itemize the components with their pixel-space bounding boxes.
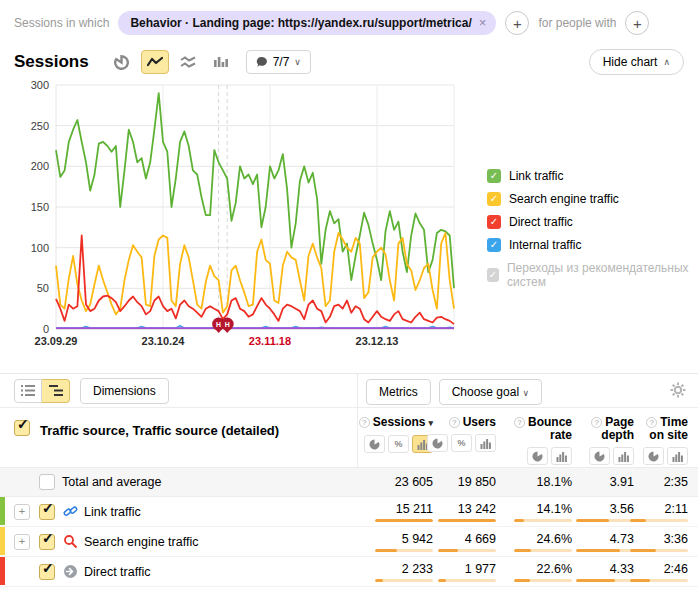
pie-display-toggle[interactable] [643, 447, 664, 465]
help-icon[interactable]: ? [359, 417, 370, 428]
percent-display-toggle[interactable]: % [388, 435, 409, 453]
pie-display-toggle[interactable] [589, 447, 610, 465]
legend-item-2[interactable]: ✓Direct traffic [487, 215, 698, 229]
metric-cell: 19 850 [443, 468, 506, 496]
metric-share-bar [576, 519, 634, 522]
table-row-direct-traffic[interactable]: Direct traffic2 2331 97722.6%4.332:46 [0, 557, 698, 587]
metric-cell: 2:11 [644, 497, 698, 526]
metric-share-fill [576, 579, 615, 582]
expand-row-button[interactable]: + [14, 534, 30, 550]
segment-chip-label: Behavior · Landing page: https://yandex.… [130, 16, 471, 30]
legend-checkbox-icon[interactable]: ✓ [487, 238, 501, 252]
metric-share-bar [630, 549, 688, 552]
svg-text:250: 250 [31, 120, 49, 132]
annotation-marker[interactable]: Н [221, 318, 234, 334]
metric-value: 13 242 [458, 502, 496, 516]
select-all-checkbox[interactable] [14, 420, 30, 436]
metric-column-label[interactable]: ?Page depth [582, 416, 634, 442]
bar-display-toggle[interactable] [667, 447, 688, 465]
chart-title: Sessions [14, 52, 89, 72]
choose-goal-dropdown[interactable]: Choose goal ∨ [439, 379, 542, 405]
row-checkbox[interactable] [39, 474, 55, 490]
column-chart-type-button[interactable] [207, 50, 235, 74]
pie-display-toggle[interactable] [364, 435, 385, 453]
stacked-chart-type-button[interactable] [174, 50, 202, 74]
segments-count-dropdown[interactable]: 7/7 ∨ [246, 50, 311, 74]
row-icon-holder [62, 564, 78, 580]
metric-share-fill [438, 549, 458, 552]
bar-display-toggle[interactable] [551, 447, 572, 465]
line-chart-type-button[interactable] [141, 50, 169, 74]
pie-display-toggle[interactable] [427, 434, 448, 452]
bar-display-toggle[interactable] [475, 434, 496, 452]
metric-cell: 24.6% [506, 527, 582, 556]
add-people-condition-button[interactable]: + [625, 11, 649, 35]
table-row-total-and-average[interactable]: Total and average23 60519 85018.1%3.912:… [0, 467, 698, 497]
legend-label: Search engine traffic [509, 192, 619, 206]
row-dimension-cell: +Link traffic [0, 497, 357, 526]
metric-share-fill [375, 579, 383, 582]
help-icon[interactable]: ? [591, 417, 602, 428]
metric-column-label[interactable]: ?Sessions▾ [359, 416, 433, 430]
legend-item-0[interactable]: ✓Link traffic [487, 169, 698, 183]
help-icon[interactable]: ? [449, 417, 460, 428]
table-settings-gear-icon[interactable] [670, 382, 686, 402]
legend-checkbox-icon[interactable]: ✓ [487, 215, 501, 229]
pie-chart-icon [114, 55, 129, 70]
help-icon[interactable]: ? [514, 417, 525, 428]
choose-goal-label: Choose goal [452, 385, 519, 399]
segmentation-bar: Sessions in which Behavior · Landing pag… [0, 0, 698, 41]
table-row-search-engine-traffic[interactable]: +Search engine traffic5 9424 66924.6%4.7… [0, 527, 698, 557]
metric-cell: 3:36 [644, 527, 698, 556]
chevron-up-icon: ∧ [663, 57, 670, 67]
metric-cell: 3.56 [582, 497, 644, 526]
add-session-condition-button[interactable]: + [505, 11, 529, 35]
metric-share-fill [630, 549, 656, 552]
tree-view-button[interactable] [42, 379, 70, 403]
legend-checkbox-icon[interactable]: ✓ [487, 192, 501, 206]
help-icon[interactable]: ? [646, 417, 657, 428]
metric-column-users: ?Users% [443, 408, 506, 467]
legend-item-3[interactable]: ✓Internal traffic [487, 238, 698, 252]
stacked-area-icon [180, 56, 196, 69]
display-mode-toggles [589, 447, 634, 465]
metrics-button[interactable]: Metrics [366, 379, 431, 405]
sessions-in-which-label: Sessions in which [14, 16, 109, 30]
table-row-link-traffic[interactable]: +Link traffic15 21113 24214.1%3.562:11 [0, 497, 698, 527]
search-icon [63, 534, 78, 549]
row-label: Direct traffic [84, 565, 150, 579]
bar-display-toggle[interactable] [613, 447, 634, 465]
row-metric-cells: 2 2331 97722.6%4.332:46 [357, 557, 698, 586]
legend-item-1[interactable]: ✓Search engine traffic [487, 192, 698, 206]
pie-display-toggle[interactable] [527, 447, 548, 465]
flat-list-view-button[interactable] [14, 379, 42, 403]
metric-cell: 1 977 [443, 557, 506, 586]
metric-share-bar [514, 519, 572, 522]
svg-text:23.09.29: 23.09.29 [35, 335, 78, 347]
percent-display-toggle[interactable]: % [451, 434, 472, 452]
display-mode-toggles: % [427, 434, 496, 452]
hide-chart-button[interactable]: Hide chart ∧ [589, 49, 684, 75]
row-checkbox[interactable] [39, 534, 55, 550]
row-checkbox[interactable] [39, 564, 55, 580]
comment-bubble-icon [256, 56, 268, 68]
metric-column-label[interactable]: ?Time on site [644, 416, 688, 442]
metric-column-label[interactable]: ?Bounce rate [506, 416, 572, 442]
dimensions-button[interactable]: Dimensions [80, 378, 169, 404]
legend-checkbox-icon[interactable]: ✓ [487, 169, 501, 183]
metric-column-label[interactable]: ?Users [449, 416, 496, 429]
segment-chip[interactable]: Behavior · Landing page: https://yandex.… [118, 11, 496, 35]
metric-value: 2:46 [664, 562, 688, 576]
pie-chart-type-button[interactable] [108, 50, 136, 74]
svg-text:200: 200 [31, 160, 49, 172]
row-color-strip [0, 557, 5, 585]
metric-share-bar [438, 519, 496, 522]
row-checkbox[interactable] [39, 504, 55, 520]
segment-chip-close-icon[interactable]: × [479, 18, 487, 28]
sort-desc-icon[interactable]: ▾ [428, 418, 433, 428]
sessions-line-chart[interactable]: 05010015020025030023.09.2923.10.2423.11.… [8, 79, 478, 351]
expand-row-button[interactable]: + [14, 504, 30, 520]
row-label: Link traffic [84, 505, 141, 519]
svg-text:23.10.24: 23.10.24 [142, 335, 186, 347]
bar-toggle-icon [618, 451, 629, 462]
